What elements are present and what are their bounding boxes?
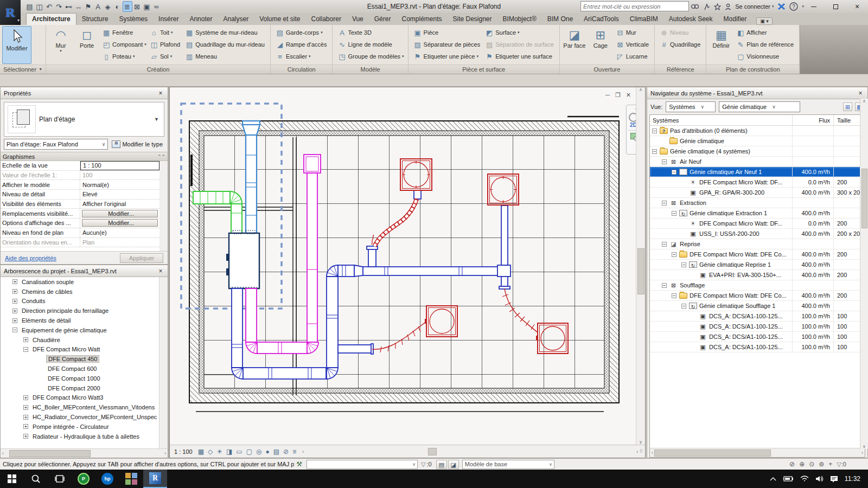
ribbon-small-button[interactable]: ◢ Rampe d'accès <box>274 38 330 50</box>
ribbon-tab[interactable]: Insérer <box>153 14 184 25</box>
ribbon-small-button[interactable]: ◰ Composant ▾ <box>100 38 148 50</box>
expander-icon[interactable]: + <box>23 395 28 400</box>
hscroll-left-icon[interactable]: ‹ <box>301 449 305 454</box>
chevron-down-icon[interactable]: ▼ <box>154 117 164 122</box>
ribbon-small-button[interactable]: ▱ Sol ▾ <box>148 50 183 62</box>
ribbon-small-button[interactable]: ≡ Escalier ▾ <box>274 50 330 62</box>
view-control-icon[interactable]: ▭ <box>236 448 242 455</box>
apply-button[interactable]: Appliquer <box>120 253 163 263</box>
ribbon-tab[interactable]: Modifier <box>718 14 752 25</box>
system-row[interactable]: − Reprise <box>650 239 865 249</box>
qat-button[interactable]: ▣ <box>142 1 152 12</box>
search-input[interactable] <box>581 3 688 10</box>
expander-icon[interactable]: − <box>662 201 667 206</box>
ribbon-tab[interactable]: Annoter <box>184 14 218 25</box>
ribbon-small-button[interactable]: ∿ Ligne de modèle <box>336 38 405 50</box>
ribbon-tab[interactable]: Compléments <box>396 14 447 25</box>
system-row[interactable]: EVA+PRI: EVA-300-150+... 400.0 m³/h 200 <box>650 270 865 280</box>
qat-button[interactable]: ≂ <box>152 1 162 12</box>
ribbon-small-button[interactable]: ▯ Poteau ▾ <box>100 50 148 62</box>
restore-button[interactable] <box>825 0 846 13</box>
expander-icon[interactable]: − <box>652 149 657 154</box>
view-control-icon[interactable]: ▤ <box>273 448 279 455</box>
qat-button[interactable]: ⊷ <box>64 1 74 12</box>
tree-item[interactable]: + Chaudière <box>1 335 159 345</box>
canvas-hscrollbar[interactable] <box>308 448 633 455</box>
system-row[interactable]: DCS_A: DCS/A1-100-125... 100.0 m³/h 100 <box>650 332 865 342</box>
tree-item[interactable]: + Radiateur - Hydraulique à tube à ailet… <box>1 432 159 441</box>
close-icon[interactable]: × <box>857 89 864 97</box>
ribbon-tab[interactable]: BIMobject® <box>497 14 542 25</box>
view-control-icon[interactable]: ▢ <box>246 448 252 455</box>
ribbon-small-button[interactable]: ◧ Afficher <box>735 27 797 38</box>
resize-grip[interactable]: ⠿ <box>640 449 645 454</box>
tree-item[interactable]: + Direction principale du ferraillage <box>1 306 159 316</box>
view-close-icon[interactable]: ✕ <box>626 92 631 98</box>
navigator-hscrollbar[interactable]: ‹› <box>650 448 865 457</box>
expander-icon[interactable]: − <box>652 129 657 133</box>
panel-label[interactable]: Ouverture <box>560 65 654 74</box>
filter-control[interactable]: ▽:0 <box>837 461 846 468</box>
selection-toggle-icon[interactable]: ⊚ <box>819 460 824 468</box>
tree-item[interactable]: DFE Compact 1000 <box>1 374 159 383</box>
property-row[interactable]: Valeur de l'échelle 1: 100 <box>1 171 159 181</box>
ribbon-tab[interactable]: ClimaBIM <box>624 14 663 25</box>
browser-hscrollbar[interactable]: ‹› <box>1 448 168 458</box>
selection-toggle-icon[interactable]: ⊕ <box>799 460 805 468</box>
view-control-icon[interactable]: ▦ <box>198 448 204 455</box>
design-option-combo[interactable]: Modèle de base∨ <box>462 460 554 469</box>
design-options-control[interactable]: ▽:0 <box>418 461 435 468</box>
ribbon-tab[interactable]: Collaborer <box>306 14 347 25</box>
section-graphismes[interactable]: Graphismes⌃⌃ <box>1 152 168 161</box>
system-row[interactable]: − DFE Compact Micro Watt: DFE Co... 400.… <box>650 291 865 301</box>
close-icon[interactable]: × <box>157 267 164 275</box>
communication-center-icon[interactable] <box>703 3 710 10</box>
property-row[interactable]: Echelle de la vue 1 : 100 <box>1 161 159 171</box>
view-control-icon[interactable]: ◎ <box>256 448 261 455</box>
ribbon-tab[interactable]: BIM One <box>542 14 578 25</box>
view-control-icon[interactable]: ⊘ <box>283 448 289 455</box>
edit-type-button[interactable]: ▤Modifier le type <box>110 139 164 150</box>
system-row[interactable]: − Génie climatique Extraction 1 400.0 m³… <box>650 208 865 219</box>
start-button[interactable] <box>0 470 24 488</box>
ribbon-small-button[interactable]: ▨ Séparation de surface <box>483 38 557 50</box>
taskbar-app-photos[interactable] <box>119 470 143 488</box>
ribbon-small-button[interactable]: ⊕ Niveau <box>658 27 704 38</box>
ribbon-tab[interactable]: Autodesk Seek <box>663 14 718 25</box>
view-type-combo[interactable]: Systèmes∨ <box>666 101 716 112</box>
tree-item[interactable]: DFE Compact 450 <box>1 354 159 364</box>
ribbon-small-button[interactable]: ◳ Groupe de modèles ▾ <box>336 50 405 62</box>
hscroll-right-icon[interactable]: › <box>635 449 640 454</box>
ribbon-small-button[interactable]: ▥ Meneau <box>183 50 268 62</box>
property-row[interactable]: Options d'affichage des ... Modifier... <box>1 219 159 228</box>
expander-icon[interactable]: − <box>662 242 667 247</box>
ribbon-tab[interactable]: Gérer <box>369 14 397 25</box>
view-control-icon[interactable]: ◨ <box>226 448 232 455</box>
panel-label[interactable]: Modèle <box>333 65 407 74</box>
tree-item[interactable]: + Conduits <box>1 297 159 306</box>
ribbon-small-button[interactable]: ◫ Plafond <box>148 38 183 50</box>
system-row[interactable]: GPA_R: GPA/R-300-200 400.0 m³/h 300 x 20… <box>650 188 865 198</box>
qat-button[interactable]: A <box>93 1 103 12</box>
ribbon-small-button[interactable]: ⌂ Toit ▾ <box>148 27 183 38</box>
system-row[interactable]: − Soufflage <box>650 280 865 291</box>
property-row[interactable]: Niveau de détail Elevé <box>1 190 159 200</box>
qat-button[interactable]: ▤ <box>25 1 35 12</box>
view-restore-icon[interactable]: ❐ <box>615 92 621 98</box>
ribbon-small-button[interactable]: A Texte 3D <box>336 27 405 38</box>
sign-in-button[interactable]: Se connecter▾ <box>735 3 774 10</box>
tree-item[interactable]: + HC_Radiator_Convector_MEPcontent_Unspe… <box>1 412 159 422</box>
tree-item[interactable]: DFE Compact 600 <box>1 364 159 374</box>
exchange-apps-icon[interactable] <box>777 3 786 10</box>
system-row[interactable]: DCS_A: DCS/A1-100-125... 100.0 m³/h 100 <box>650 311 865 322</box>
expander-icon[interactable]: + <box>23 434 28 439</box>
expander-icon[interactable]: − <box>681 304 686 309</box>
help-icon[interactable]: ? <box>789 2 798 11</box>
system-row[interactable]: − Génie climatique Soufflage 1 400.0 m³/… <box>650 301 865 311</box>
expander-icon[interactable]: − <box>672 211 676 216</box>
view-minimize-icon[interactable]: ─ <box>605 92 610 98</box>
volume-icon[interactable] <box>815 476 824 482</box>
tree-item[interactable]: + Eléments de détail <box>1 316 159 325</box>
ribbon-tab[interactable]: Systèmes <box>113 14 153 25</box>
property-row[interactable]: Visibilité des éléments Afficher l'origi… <box>1 200 159 209</box>
